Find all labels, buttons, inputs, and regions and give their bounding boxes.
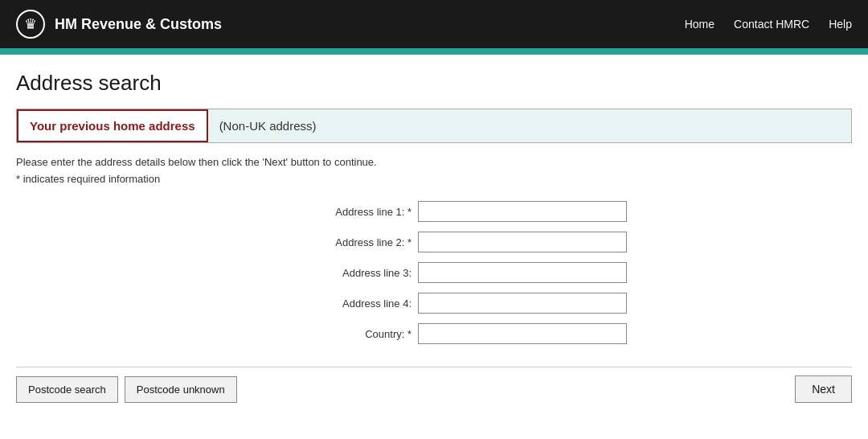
nav-help[interactable]: Help [829, 18, 852, 31]
label-line4: Address line 4: [241, 297, 418, 310]
header-nav: Home Contact HMRC Help [685, 18, 852, 31]
form-row-line3: Address line 3: [16, 262, 852, 283]
input-line1[interactable] [418, 201, 627, 222]
nav-home[interactable]: Home [685, 18, 714, 31]
input-line2[interactable] [418, 232, 627, 252]
tab-previous-home[interactable]: Your previous home address [17, 109, 208, 142]
tab-non-uk[interactable]: (Non-UK address) [208, 109, 328, 142]
form-row-country: Country: * [16, 323, 852, 344]
header-logo: ♛ HM Revenue & Customs [16, 10, 685, 39]
next-button[interactable]: Next [795, 375, 852, 403]
label-line3: Address line 3: [241, 267, 418, 279]
page-title: Address search [16, 71, 852, 96]
input-country[interactable] [418, 323, 627, 344]
input-line3[interactable] [418, 262, 627, 283]
nav-contact[interactable]: Contact HMRC [734, 18, 809, 31]
main-content: Address search Your previous home addres… [0, 55, 868, 427]
header: ♛ HM Revenue & Customs Home Contact HMRC… [0, 0, 868, 48]
label-line1: Address line 1: * [241, 206, 418, 218]
postcode-search-button[interactable]: Postcode search [16, 376, 118, 403]
left-buttons: Postcode search Postcode unknown [16, 376, 237, 403]
form-row-line1: Address line 1: * [16, 201, 852, 222]
label-line2: Address line 2: * [241, 236, 418, 248]
address-tab-container: Your previous home address (Non-UK addre… [16, 109, 852, 143]
buttons-row: Postcode search Postcode unknown Next [16, 367, 852, 411]
form-row-line2: Address line 2: * [16, 232, 852, 252]
teal-divider [0, 48, 868, 55]
address-form: Address line 1: * Address line 2: * Addr… [16, 201, 852, 344]
header-title: HM Revenue & Customs [55, 16, 222, 33]
form-row-line4: Address line 4: [16, 293, 852, 314]
input-line4[interactable] [418, 293, 627, 314]
required-note: * indicates required information [16, 173, 852, 185]
postcode-unknown-button[interactable]: Postcode unknown [125, 376, 237, 403]
crown-icon: ♛ [16, 10, 45, 39]
label-country: Country: * [241, 328, 418, 340]
instructions-text: Please enter the address details below t… [16, 156, 852, 168]
